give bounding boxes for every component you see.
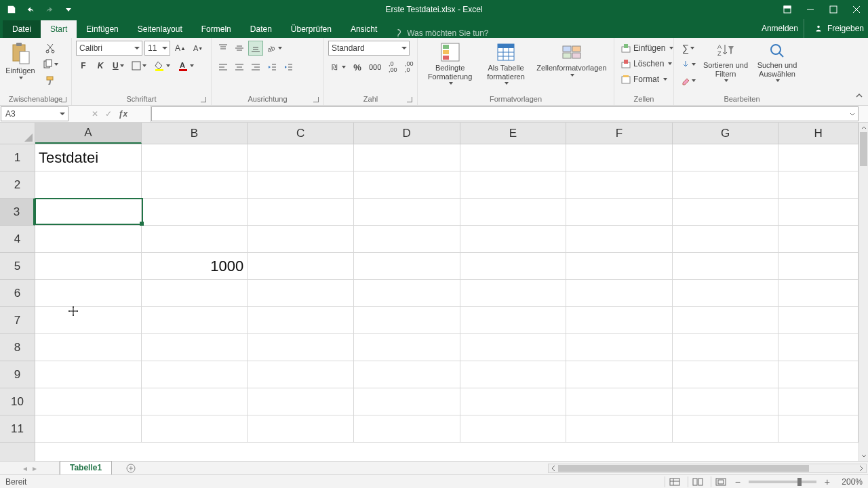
cell-B8[interactable] [142,334,248,361]
cell-A2[interactable] [35,171,142,198]
cell-C1[interactable] [248,144,354,171]
cell-E2[interactable] [460,171,567,198]
cell-D6[interactable] [354,280,460,306]
cell-A5[interactable] [35,253,142,279]
format-as-table-button[interactable]: Als Tabelle formatieren [481,41,531,86]
cell-E6[interactable] [460,280,567,306]
col-header-F[interactable]: F [566,123,673,144]
decrease-indent-icon[interactable] [264,60,279,75]
format-painter-icon[interactable] [39,73,61,88]
cell-D4[interactable] [354,226,460,252]
cell-E8[interactable] [460,334,567,361]
insert-function-icon[interactable]: ƒx [119,109,127,119]
cell-H3[interactable] [778,199,859,225]
decrease-decimal-icon[interactable]: ,00,0 [401,60,416,75]
cell-E11[interactable] [460,415,567,442]
cell-G2[interactable] [673,171,779,198]
cell-B2[interactable] [142,171,248,198]
row-header-5[interactable]: 5 [0,253,35,280]
orientation-icon[interactable]: ab [264,41,285,56]
zoom-slider[interactable] [749,481,816,483]
bold-button[interactable]: F [76,58,91,73]
percent-icon[interactable]: % [350,60,365,75]
number-format-combo[interactable]: Standard [328,41,410,56]
row-header-4[interactable]: 4 [0,226,35,253]
accounting-icon[interactable]: ₪ [328,60,349,75]
cell-G6[interactable] [673,280,779,306]
scroll-up-icon[interactable] [859,123,868,132]
col-header-A[interactable]: A [35,123,142,144]
tab-formeln[interactable]: Formeln [192,20,241,38]
cell-B6[interactable] [142,280,248,306]
row-header-11[interactable]: 11 [0,415,35,443]
row-header-3[interactable]: 3 [0,199,35,226]
cell-C11[interactable] [248,415,354,442]
underline-button[interactable]: U [110,58,127,73]
cell-D8[interactable] [354,334,460,361]
scroll-right-icon[interactable] [856,464,866,472]
cell-G3[interactable] [673,199,779,225]
font-launcher[interactable] [199,95,207,103]
col-header-D[interactable]: D [354,123,460,144]
insert-cells-button[interactable]: Einfügen [618,41,676,56]
cell-F5[interactable] [566,253,673,279]
cell-F11[interactable] [566,415,673,442]
italic-button[interactable]: K [93,58,108,73]
cell-C5[interactable] [248,253,354,279]
formula-bar[interactable] [151,106,859,121]
align-left-icon[interactable] [216,60,231,75]
worksheet-grid[interactable]: ABCDEFGH 1234567891011 Testdatei1000 [0,123,868,461]
delete-cells-button[interactable]: Löschen [618,56,675,71]
cell-C2[interactable] [248,171,354,198]
cell-H6[interactable] [778,280,859,306]
cell-E4[interactable] [460,226,567,252]
row-header-7[interactable]: 7 [0,307,35,334]
row-header-6[interactable]: 6 [0,280,35,307]
increase-font-icon[interactable]: A▲ [172,41,189,56]
cell-F8[interactable] [566,334,673,361]
tab-seitenlayout[interactable]: Seitenlayout [128,20,192,38]
font-size-combo[interactable]: 11 [144,41,170,56]
cell-H11[interactable] [778,415,859,442]
cell-E3[interactable] [460,199,567,225]
align-top-icon[interactable] [216,41,231,56]
alignment-launcher[interactable] [311,95,319,103]
cell-A1[interactable]: Testdatei [35,144,142,171]
select-all-corner[interactable] [0,123,35,144]
cell-H5[interactable] [778,253,859,279]
sheet-tab[interactable]: Tabelle1 [60,461,112,474]
col-header-B[interactable]: B [142,123,248,144]
cell-E10[interactable] [460,388,567,415]
signin-link[interactable]: Anmelden [762,24,798,33]
close-icon[interactable] [845,0,868,19]
cell-F7[interactable] [566,307,673,333]
cell-G10[interactable] [673,388,779,415]
cell-B10[interactable] [142,388,248,415]
tab-start[interactable]: Start [41,20,77,38]
cell-A8[interactable] [35,334,142,361]
cell-H2[interactable] [778,171,859,198]
collapse-ribbon-icon[interactable] [854,91,864,102]
cell-C7[interactable] [248,307,354,333]
cell-B5[interactable]: 1000 [142,253,248,279]
save-icon[interactable] [3,1,20,18]
cell-B9[interactable] [142,361,248,388]
cell-C8[interactable] [248,334,354,361]
zoom-level[interactable]: 200% [838,477,863,487]
cell-G11[interactable] [673,415,779,442]
qat-customize[interactable] [60,1,77,18]
clear-icon[interactable] [678,73,698,88]
view-page-break-icon[interactable] [711,476,727,487]
format-cells-button[interactable]: Format [618,72,670,87]
row-header-9[interactable]: 9 [0,361,35,388]
cell-D5[interactable] [354,253,460,279]
cell-C6[interactable] [248,280,354,306]
align-center-icon[interactable] [232,60,247,75]
cell-G9[interactable] [673,361,779,388]
comma-icon[interactable]: 000 [366,60,384,75]
cell-F4[interactable] [566,226,673,252]
decrease-font-icon[interactable]: A▼ [191,41,205,56]
cell-D10[interactable] [354,388,460,415]
cell-B4[interactable] [142,226,248,252]
undo-icon[interactable] [22,1,39,18]
